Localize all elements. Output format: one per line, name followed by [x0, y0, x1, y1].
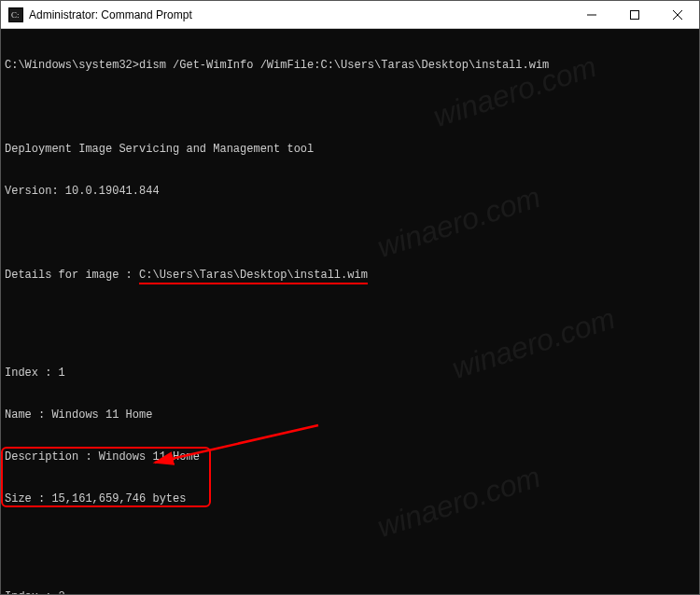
tool-header: Deployment Image Servicing and Managemen…: [5, 143, 695, 157]
wim-path: C:\Users\Taras\Desktop\install.wim: [139, 269, 368, 284]
terminal-area[interactable]: C:\Windows\system32>dism /Get-WimInfo /W…: [1, 29, 699, 594]
window-title: Administrator: Command Prompt: [29, 8, 570, 21]
entry-desc: Description : Windows 11 Home: [5, 450, 695, 464]
command-text: dism /Get-WimInfo /WimFile:C:\Users\Tara…: [139, 59, 549, 72]
prompt-line: C:\Windows\system32>dism /Get-WimInfo /W…: [5, 59, 695, 73]
blank: [5, 101, 695, 115]
entry-index: Index : 2: [5, 590, 695, 594]
version-line: Version: 10.0.19041.844: [5, 185, 695, 199]
watermark: winaero.com: [376, 189, 541, 255]
maximize-button[interactable]: [613, 1, 656, 29]
cwd: C:\Windows\system32>: [5, 59, 139, 72]
titlebar[interactable]: C: Administrator: Command Prompt: [1, 1, 699, 29]
cmd-window: C: Administrator: Command Prompt C:\Wind…: [0, 0, 700, 595]
svg-text:C:: C:: [11, 10, 20, 20]
cmd-icon: C:: [8, 7, 23, 22]
entry-name: Name : Windows 11 Home: [5, 408, 695, 422]
blank: [5, 311, 695, 325]
blank: [5, 227, 695, 241]
details-line: Details for image : C:\Users\Taras\Deskt…: [5, 269, 695, 283]
entry-size: Size : 15,161,659,746 bytes: [5, 492, 695, 506]
blank: [5, 534, 695, 548]
svg-rect-4: [631, 11, 639, 20]
window-controls: [570, 1, 699, 28]
close-button[interactable]: [656, 1, 699, 29]
minimize-button[interactable]: [570, 1, 613, 29]
entry-index: Index : 1: [5, 367, 695, 381]
